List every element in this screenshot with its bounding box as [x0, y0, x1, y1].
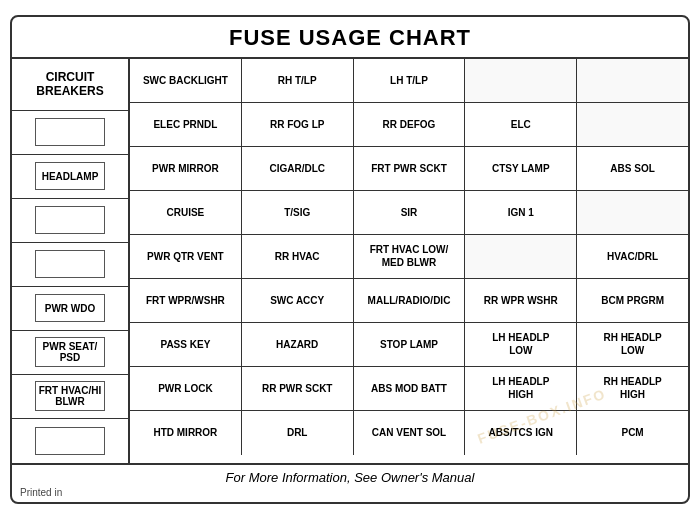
fuse-row-7: PWR LOCK RR PWR SCKT ABS MOD BATT LH HEA… [130, 367, 688, 411]
cell-3-3: IGN 1 [465, 191, 577, 234]
cell-7-1: RR PWR SCKT [242, 367, 354, 410]
chart-title: FUSE USAGE CHART [12, 17, 688, 59]
fuse-row-6: PASS KEY HAZARD STOP LAMP LH HEADLP LOW … [130, 323, 688, 367]
fuse-row-4: PWR QTR VENT RR HVAC FRT HVAC LOW/ MED B… [130, 235, 688, 279]
cell-6-2: STOP LAMP [354, 323, 466, 366]
fuse-row-1: ELEC PRNDL RR FOG LP RR DEFOG ELC [130, 103, 688, 147]
cell-8-4: PCM [577, 411, 688, 455]
cb-box-1 [35, 118, 105, 146]
cell-6-3: LH HEADLP LOW [465, 323, 577, 366]
cell-2-3: CTSY LAMP [465, 147, 577, 190]
fuse-row-5: FRT WPR/WSHR SWC ACCY MALL/RADIO/DIC RR … [130, 279, 688, 323]
cell-8-2: CAN VENT SOL [354, 411, 466, 455]
cell-8-0: HTD MIRROR [130, 411, 242, 455]
chart-body: CIRCUIT BREAKERS HEADLAMP [12, 59, 688, 463]
cell-4-1: RR HVAC [242, 235, 354, 278]
cell-0-2: LH T/LP [354, 59, 466, 102]
cb-item-5: PWR WDO [12, 287, 128, 331]
cb-box-headlamp: HEADLAMP [35, 162, 105, 190]
cell-2-2: FRT PWR SCKT [354, 147, 466, 190]
cell-1-2: RR DEFOG [354, 103, 466, 146]
fuse-row-0: SWC BACKLIGHT RH T/LP LH T/LP [130, 59, 688, 103]
fuse-row-2: PWR MIRROR CIGAR/DLC FRT PWR SCKT CTSY L… [130, 147, 688, 191]
cell-5-3: RR WPR WSHR [465, 279, 577, 322]
cell-7-0: PWR LOCK [130, 367, 242, 410]
cell-1-0: ELEC PRNDL [130, 103, 242, 146]
left-column: CIRCUIT BREAKERS HEADLAMP [12, 59, 130, 463]
cb-item-8 [12, 419, 128, 463]
cb-item-7: FRT HVAC/HI BLWR [12, 375, 128, 419]
cb-item-4 [12, 243, 128, 287]
cell-3-4 [577, 191, 688, 234]
chart-printed: Printed in [12, 487, 688, 502]
cb-box-8 [35, 427, 105, 455]
fuse-row-3: CRUISE T/SIG SIR IGN 1 [130, 191, 688, 235]
cell-2-0: PWR MIRROR [130, 147, 242, 190]
cell-1-3: ELC [465, 103, 577, 146]
cell-4-4: HVAC/DRL [577, 235, 688, 278]
cell-1-4 [577, 103, 688, 146]
cb-item-3 [12, 199, 128, 243]
cell-8-3: ABS/TCS IGN [465, 411, 577, 455]
cell-5-4: BCM PRGRM [577, 279, 688, 322]
cell-7-2: ABS MOD BATT [354, 367, 466, 410]
cell-3-0: CRUISE [130, 191, 242, 234]
cb-box-pwrseat: PWR SEAT/ PSD [35, 337, 105, 367]
cb-box-4 [35, 250, 105, 278]
cell-1-1: RR FOG LP [242, 103, 354, 146]
cell-6-1: HAZARD [242, 323, 354, 366]
cell-6-0: PASS KEY [130, 323, 242, 366]
cell-8-1: DRL [242, 411, 354, 455]
cb-item-6: PWR SEAT/ PSD [12, 331, 128, 375]
cell-2-1: CIGAR/DLC [242, 147, 354, 190]
cell-5-0: FRT WPR/WSHR [130, 279, 242, 322]
cell-5-2: MALL/RADIO/DIC [354, 279, 466, 322]
cb-box-3 [35, 206, 105, 234]
cell-4-3 [465, 235, 577, 278]
cell-0-3 [465, 59, 577, 102]
cell-4-2: FRT HVAC LOW/ MED BLWR [354, 235, 466, 278]
circuit-breakers-header: CIRCUIT BREAKERS [12, 59, 128, 111]
cell-4-0: PWR QTR VENT [130, 235, 242, 278]
cell-7-4: RH HEADLP HIGH [577, 367, 688, 410]
cell-0-0: SWC BACKLIGHT [130, 59, 242, 102]
fuse-row-8: HTD MIRROR DRL CAN VENT SOL ABS/TCS IGN … [130, 411, 688, 455]
cb-item-2: HEADLAMP [12, 155, 128, 199]
cell-3-1: T/SIG [242, 191, 354, 234]
cell-7-3: LH HEADLP HIGH [465, 367, 577, 410]
cell-6-4: RH HEADLP LOW [577, 323, 688, 366]
fuse-chart: FUSE USAGE CHART CIRCUIT BREAKERS HEADLA… [10, 15, 690, 504]
cb-box-pwrwdo: PWR WDO [35, 294, 105, 322]
cb-box-frthvac: FRT HVAC/HI BLWR [35, 381, 105, 411]
fuse-grid: SWC BACKLIGHT RH T/LP LH T/LP ELEC PRNDL… [130, 59, 688, 463]
cb-item-1 [12, 111, 128, 155]
cell-0-1: RH T/LP [242, 59, 354, 102]
chart-footer: For More Information, See Owner's Manual [12, 463, 688, 487]
cell-5-1: SWC ACCY [242, 279, 354, 322]
cell-2-4: ABS SOL [577, 147, 688, 190]
cell-3-2: SIR [354, 191, 466, 234]
cell-0-4 [577, 59, 688, 102]
